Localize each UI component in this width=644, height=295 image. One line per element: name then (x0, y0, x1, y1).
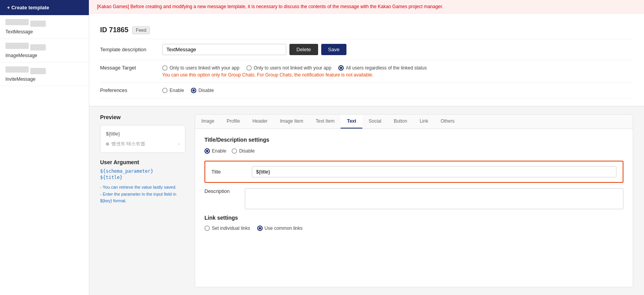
delete-button[interactable]: Delete (289, 44, 318, 55)
sidebar-thumb-2 (30, 21, 46, 27)
message-target-warning: You can use this option only for Group C… (162, 72, 374, 78)
description-field-row: Description (204, 188, 623, 209)
target-linked-label: Only to users linked with your app (170, 65, 239, 71)
section-title: Title/Description settings (204, 137, 623, 143)
sidebar-thumb-4 (30, 44, 46, 50)
editor-enable[interactable]: Enable (204, 148, 226, 154)
tab-social[interactable]: Social (362, 115, 388, 128)
user-arg-desc-line-2: - Enter the parameter in the input field… (100, 192, 176, 203)
tab-button[interactable]: Button (388, 115, 414, 128)
editor-panel: Image Profile Header Image Item Text Ite… (195, 114, 633, 287)
description-label: Description (204, 188, 239, 194)
tab-others[interactable]: Others (435, 115, 461, 128)
user-arg-param-1: ${schema_parameter} (100, 168, 185, 174)
template-description-label: Template description (100, 47, 162, 52)
link-individual-label: Set individual links (212, 226, 250, 231)
pref-enable-radio[interactable] (162, 88, 168, 93)
user-argument-title: User Argument (100, 159, 185, 165)
preview-link-text: 뱅센트 테스트맵 (111, 141, 145, 147)
user-arg-desc: - You can retrieve the value lastly save… (100, 184, 185, 205)
tab-text-item[interactable]: Text Item (310, 115, 341, 128)
sidebar-item-invitemessage[interactable]: InviteMessage (0, 62, 89, 86)
link-section-title: Link settings (204, 215, 623, 221)
target-not-linked-label: Only to users not linked with your app (254, 65, 331, 71)
target-option-linked[interactable]: Only to users linked with your app (162, 65, 239, 71)
sidebar-item-imagemessage[interactable]: ImageMessage (0, 39, 89, 62)
bottom-section: Preview ${title} 뱅센트 테스트맵 › User Argumen… (89, 106, 644, 295)
preview-link-dot (106, 142, 109, 146)
pref-disable-radio[interactable] (191, 88, 196, 93)
editor-enable-label: Enable (212, 148, 226, 154)
message-target-label: Message Target (100, 65, 162, 71)
template-description-controls: Delete Save (162, 44, 633, 55)
target-not-linked-radio[interactable] (246, 65, 252, 71)
tab-link[interactable]: Link (414, 115, 435, 128)
editor-disable-label: Disable (239, 148, 254, 154)
tab-image-item[interactable]: Image Item (274, 115, 310, 128)
preferences-label: Preferences (100, 87, 162, 93)
preview-title: Preview (100, 114, 185, 120)
sidebar-label-invitemessage: InviteMessage (5, 76, 83, 82)
template-id: ID 71865 (100, 26, 128, 34)
notice-text: [Kakao Games] Before creating and modify… (97, 4, 443, 9)
sidebar-thumb-1 (5, 19, 29, 25)
tab-text[interactable]: Text (341, 115, 362, 128)
tab-header[interactable]: Header (246, 115, 274, 128)
link-individual-radio[interactable] (204, 226, 210, 231)
message-target-options: Only to users linked with your app Only … (162, 65, 427, 71)
target-all-users-radio[interactable] (338, 65, 344, 71)
sidebar-thumb-3 (5, 43, 29, 49)
sidebar: + Create template TextMessage ImageMessa… (0, 0, 89, 295)
title-label: Title (211, 169, 246, 175)
id-row: ID 71865 Feed (100, 21, 633, 39)
form-section: ID 71865 Feed Template description Delet… (89, 14, 644, 106)
target-all-users-label: All users regardless of the linked statu… (346, 65, 427, 71)
link-options: Set individual links Use common links (204, 226, 623, 231)
target-option-not-linked[interactable]: Only to users not linked with your app (246, 65, 331, 71)
editor-disable-radio[interactable] (232, 148, 237, 154)
user-arg-desc-line-1: - You can retrieve the value lastly save… (100, 185, 177, 189)
sidebar-item-textmessage[interactable]: TextMessage (0, 15, 89, 39)
link-common[interactable]: Use common links (257, 226, 303, 231)
title-field-box: Title (204, 161, 623, 183)
tab-image[interactable]: Image (195, 115, 220, 128)
sidebar-label-textmessage: TextMessage (5, 29, 83, 35)
preferences-row: Preferences Enable Disable (100, 83, 633, 98)
preview-template-text: ${title} (106, 131, 180, 137)
pref-disable[interactable]: Disable (191, 88, 214, 93)
description-textarea[interactable] (245, 188, 623, 209)
editor-tabs: Image Profile Header Image Item Text Ite… (195, 115, 633, 129)
template-description-input[interactable] (162, 44, 286, 55)
user-arg-param-2: ${title} (100, 175, 185, 180)
preferences-options: Enable Disable (162, 88, 214, 93)
target-option-all-users[interactable]: All users regardless of the linked statu… (338, 65, 427, 71)
link-common-radio[interactable] (257, 226, 263, 231)
pref-enable[interactable]: Enable (162, 88, 184, 93)
tab-profile[interactable]: Profile (220, 115, 246, 128)
pref-disable-label: Disable (198, 88, 214, 93)
editor-content: Title/Description settings Enable Disabl… (195, 129, 633, 239)
link-common-label: Use common links (265, 226, 303, 231)
sidebar-thumb-6 (30, 68, 46, 74)
create-template-button[interactable]: + Create template (0, 0, 89, 15)
main-content: [Kakao Games] Before creating and modify… (89, 0, 644, 295)
preview-chevron-icon: › (178, 141, 180, 147)
sidebar-label-imagemessage: ImageMessage (5, 53, 83, 58)
pref-enable-label: Enable (170, 88, 184, 93)
notice-bar: [Kakao Games] Before creating and modify… (89, 0, 644, 14)
link-individual[interactable]: Set individual links (204, 226, 250, 231)
editor-enable-radio[interactable] (204, 148, 210, 154)
message-target-row: Message Target Only to users linked with… (100, 60, 633, 83)
save-button[interactable]: Save (321, 44, 347, 55)
enable-disable-row: Enable Disable (204, 148, 623, 154)
preview-link-row: 뱅센트 테스트맵 › (106, 141, 180, 147)
preview-panel: Preview ${title} 뱅센트 테스트맵 › User Argumen… (100, 114, 185, 287)
preview-box: ${title} 뱅센트 테스트맵 › (100, 125, 185, 153)
sidebar-thumb-5 (5, 66, 29, 73)
feed-tag: Feed (132, 26, 150, 34)
target-linked-radio[interactable] (162, 65, 168, 71)
title-field-row: Title (211, 166, 616, 177)
editor-disable[interactable]: Disable (232, 148, 254, 154)
template-description-row: Template description Delete Save (100, 39, 633, 60)
title-input[interactable] (252, 166, 616, 177)
